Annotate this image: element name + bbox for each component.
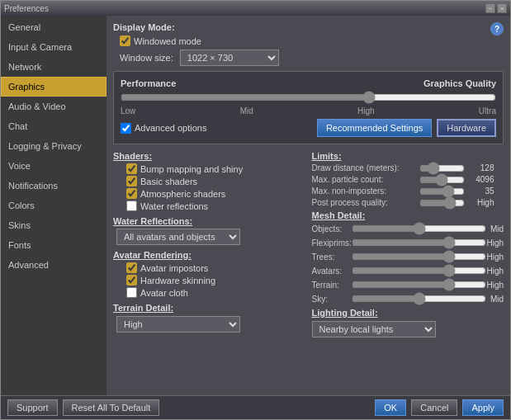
content-area: General Input & Camera Network Graphics … bbox=[1, 16, 510, 395]
windowed-mode-checkbox[interactable] bbox=[120, 35, 130, 46]
help-button[interactable]: ? bbox=[490, 22, 504, 35]
water-reflections-heading: Water Reflections: bbox=[113, 216, 305, 226]
avatars-slider[interactable] bbox=[352, 265, 486, 276]
sidebar-item-fonts[interactable]: Fonts bbox=[1, 235, 106, 255]
limit-item-0: Draw distance (meters): 128 bbox=[312, 163, 504, 172]
flexiprims-value: High bbox=[486, 238, 504, 248]
draw-distance-slider[interactable] bbox=[419, 164, 465, 172]
performance-section: Performance Graphics Quality Low Mid Hig… bbox=[113, 71, 504, 144]
post-process-label: Post process quality: bbox=[312, 198, 419, 207]
avatar-item-2: Avatar cloth bbox=[126, 287, 305, 298]
objects-label: Objects: bbox=[312, 224, 352, 234]
sidebar-item-audio-video[interactable]: Audio & Video bbox=[1, 97, 106, 116]
terrain-detail-dropdown[interactable]: High bbox=[116, 316, 240, 333]
objects-slider[interactable] bbox=[352, 223, 486, 234]
minimize-button[interactable]: − bbox=[485, 3, 495, 13]
max-non-imposters-slider[interactable] bbox=[419, 187, 465, 196]
sidebar-item-graphics[interactable]: Graphics bbox=[1, 77, 106, 97]
flexiprims-slider[interactable] bbox=[352, 237, 486, 248]
hardware-skinning-checkbox[interactable] bbox=[126, 275, 137, 286]
sidebar-item-skins[interactable]: Skins bbox=[1, 215, 106, 235]
avatars-label: Avatars: bbox=[312, 267, 352, 276]
terrain-detail-heading: Terrain Detail: bbox=[113, 303, 305, 313]
ok-button[interactable]: OK bbox=[375, 399, 406, 416]
flexiprims-label: Flexiprims: bbox=[312, 238, 352, 248]
max-particle-label: Max. particle count: bbox=[312, 175, 419, 184]
sidebar-item-network[interactable]: Network bbox=[1, 57, 106, 77]
bottom-bar: Support Reset All To Default OK Cancel A… bbox=[1, 395, 510, 419]
trees-value: High bbox=[486, 252, 504, 262]
water-reflections-checkbox[interactable] bbox=[126, 201, 137, 211]
avatar-cloth-checkbox[interactable] bbox=[126, 287, 137, 298]
window-title: Preferences bbox=[4, 4, 49, 13]
support-button[interactable]: Support bbox=[7, 399, 58, 416]
settings-btn-row: Advanced options Recommended Settings Ha… bbox=[121, 119, 496, 137]
post-process-slider[interactable] bbox=[419, 199, 465, 207]
trees-label: Trees: bbox=[312, 252, 352, 262]
sidebar-item-advanced[interactable]: Advanced bbox=[1, 255, 106, 275]
preferences-window: Preferences − × General Input & Camera N… bbox=[0, 0, 511, 420]
max-non-imposters-value: 35 bbox=[465, 186, 494, 196]
performance-slider[interactable] bbox=[121, 92, 496, 103]
sidebar-item-general[interactable]: General bbox=[1, 17, 106, 37]
sidebar-item-notifications[interactable]: Notifications bbox=[1, 176, 106, 196]
mesh-detail-heading: Mesh Detail: bbox=[312, 210, 504, 220]
display-mode-section: Display Mode: Windowed mode Window size:… bbox=[113, 22, 279, 66]
mesh-item-0: Objects: Mid bbox=[312, 223, 504, 234]
ultra-label: Ultra bbox=[479, 106, 496, 116]
sidebar: General Input & Camera Network Graphics … bbox=[1, 16, 106, 395]
max-particle-slider[interactable] bbox=[419, 176, 465, 184]
shader-item-2: Atmospheric shaders bbox=[126, 188, 305, 199]
lighting-detail-heading: Lighting Detail: bbox=[312, 308, 504, 318]
high-label: High bbox=[357, 106, 375, 116]
terrain-slider[interactable] bbox=[352, 279, 486, 290]
avatar-cloth-label: Avatar cloth bbox=[140, 288, 188, 298]
limits-heading: Limits: bbox=[312, 151, 504, 161]
mesh-item-1: Flexiprims: High bbox=[312, 237, 504, 248]
avatar-item-1: Hardware skinning bbox=[126, 275, 305, 286]
limit-item-1: Max. particle count: 4096 bbox=[312, 175, 504, 184]
shaders-heading: Shaders: bbox=[113, 151, 305, 161]
trees-slider[interactable] bbox=[352, 251, 486, 262]
reset-all-button[interactable]: Reset All To Default bbox=[63, 399, 160, 416]
draw-distance-value: 128 bbox=[465, 163, 494, 172]
avatar-impostors-label: Avatar impostors bbox=[140, 263, 208, 273]
water-reflections-label: Water reflections bbox=[140, 201, 208, 211]
shader-item-0: Bump mapping and shiny bbox=[126, 163, 305, 174]
mesh-item-4: Terrain: High bbox=[312, 279, 504, 290]
avatar-rendering-section: Avatar Rendering: Avatar impostors Hardw… bbox=[113, 250, 305, 298]
advanced-options-checkbox[interactable] bbox=[121, 123, 131, 134]
water-reflections-dropdown[interactable]: All avatars and objects bbox=[116, 229, 240, 245]
graphics-quality-label: Graphics Quality bbox=[423, 78, 496, 88]
recommended-settings-button[interactable]: Recommended Settings bbox=[317, 119, 432, 137]
avatars-value: High bbox=[486, 267, 504, 276]
shader-item-1: Basic shaders bbox=[126, 176, 305, 186]
lighting-detail-section: Lighting Detail: Nearby local lights bbox=[312, 308, 504, 337]
sky-slider[interactable] bbox=[352, 293, 486, 304]
draw-distance-label: Draw distance (meters): bbox=[312, 163, 419, 172]
display-mode-label: Display Mode: bbox=[113, 22, 175, 32]
sidebar-item-voice[interactable]: Voice bbox=[1, 156, 106, 176]
terrain-detail-section: Terrain Detail: High bbox=[113, 303, 305, 333]
title-bar: Preferences − × bbox=[1, 1, 510, 16]
cancel-button[interactable]: Cancel bbox=[411, 399, 457, 416]
lighting-detail-dropdown[interactable]: Nearby local lights bbox=[312, 321, 436, 337]
mesh-item-3: Avatars: High bbox=[312, 265, 504, 276]
atmospheric-shaders-checkbox[interactable] bbox=[126, 188, 137, 199]
main-panel: Display Mode: Windowed mode Window size:… bbox=[106, 16, 510, 395]
window-size-dropdown[interactable]: 1022 × 730 bbox=[180, 50, 279, 66]
mesh-detail-section: Mesh Detail: Objects: Mid Flexiprims: Hi… bbox=[312, 210, 504, 304]
sidebar-item-input-camera[interactable]: Input & Camera bbox=[1, 37, 106, 57]
bump-mapping-checkbox[interactable] bbox=[126, 163, 137, 174]
sidebar-item-chat[interactable]: Chat bbox=[1, 116, 106, 136]
sidebar-item-colors[interactable]: Colors bbox=[1, 196, 106, 215]
avatar-impostors-checkbox[interactable] bbox=[126, 262, 137, 273]
apply-button[interactable]: Apply bbox=[462, 399, 504, 416]
close-button[interactable]: × bbox=[497, 3, 507, 13]
max-particle-value: 4096 bbox=[465, 175, 494, 184]
hardware-button[interactable]: Hardware bbox=[437, 119, 496, 137]
basic-shaders-checkbox[interactable] bbox=[126, 176, 137, 186]
hardware-skinning-label: Hardware skinning bbox=[140, 276, 215, 286]
right-column: Limits: Draw distance (meters): 128 Max.… bbox=[312, 151, 504, 337]
sidebar-item-logging-privacy[interactable]: Logging & Privacy bbox=[1, 136, 106, 156]
